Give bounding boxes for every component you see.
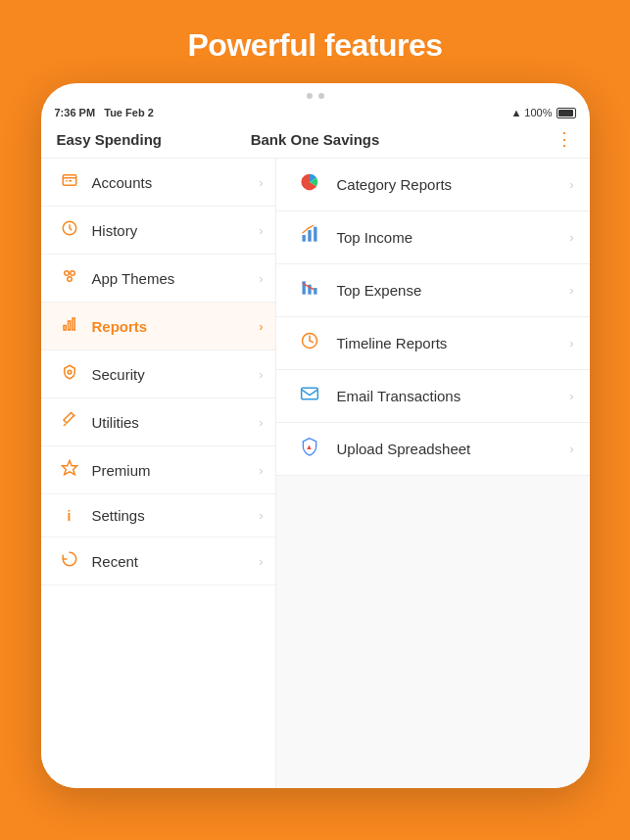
svg-text:▲: ▲ bbox=[305, 443, 312, 451]
top-income-icon bbox=[296, 225, 323, 250]
svg-rect-7 bbox=[73, 318, 74, 330]
sidebar-item-security-label: Security bbox=[92, 366, 260, 383]
detail-item-email-transactions[interactable]: Email Transactions › bbox=[276, 370, 590, 423]
svg-rect-6 bbox=[68, 321, 70, 330]
themes-chevron: › bbox=[259, 271, 263, 286]
upload-spreadsheet-chevron: › bbox=[569, 442, 573, 456]
top-expense-label: Top Expense bbox=[337, 282, 570, 299]
sidebar-item-settings[interactable]: i Settings › bbox=[41, 494, 275, 537]
detail-item-top-income[interactable]: Top Income › bbox=[276, 211, 590, 264]
detail-item-timeline-reports[interactable]: Timeline Reports › bbox=[276, 317, 590, 370]
history-icon bbox=[57, 219, 82, 241]
detail-item-upload-spreadsheet[interactable]: ▲ Upload Spreadsheet › bbox=[276, 423, 590, 476]
nav-right: ⋮ bbox=[403, 128, 573, 150]
history-chevron: › bbox=[259, 223, 263, 238]
premium-chevron: › bbox=[259, 463, 263, 478]
sidebar-item-history-label: History bbox=[92, 222, 260, 239]
status-time-date: 7:36 PM Tue Feb 2 bbox=[55, 107, 154, 118]
upload-spreadsheet-label: Upload Spreadsheet bbox=[337, 441, 570, 457]
detail-panel: Category Reports › Top Income › bbox=[276, 159, 590, 788]
more-menu-icon[interactable]: ⋮ bbox=[556, 128, 573, 150]
svg-point-3 bbox=[70, 271, 74, 276]
svg-point-2 bbox=[64, 271, 69, 276]
battery-icon bbox=[557, 108, 576, 118]
settings-chevron: › bbox=[259, 508, 263, 523]
sidebar-item-utilities-label: Utilities bbox=[92, 414, 260, 431]
email-transactions-chevron: › bbox=[569, 389, 573, 403]
category-reports-icon bbox=[296, 172, 323, 197]
sidebar: Accounts › History › bbox=[41, 159, 276, 788]
sidebar-item-reports[interactable]: Reports › bbox=[41, 303, 275, 350]
top-income-label: Top Income bbox=[337, 229, 570, 246]
premium-icon bbox=[57, 459, 82, 481]
detail-item-category-reports[interactable]: Category Reports › bbox=[276, 159, 590, 211]
status-time: 7:36 PM bbox=[55, 107, 96, 118]
email-transactions-label: Email Transactions bbox=[337, 388, 570, 404]
sidebar-item-reports-label: Reports bbox=[92, 318, 260, 335]
security-icon bbox=[57, 363, 82, 385]
wifi-icon: ▲ 100% bbox=[510, 107, 552, 118]
svg-rect-11 bbox=[308, 230, 311, 242]
page-title: Powerful features bbox=[0, 27, 630, 64]
utilities-chevron: › bbox=[259, 415, 263, 430]
sidebar-item-premium[interactable]: Premium › bbox=[41, 446, 275, 494]
sidebar-item-app-themes[interactable]: App Themes › bbox=[41, 255, 275, 303]
accounts-chevron: › bbox=[259, 175, 263, 190]
email-transactions-icon bbox=[296, 384, 323, 408]
svg-point-8 bbox=[68, 370, 72, 374]
sidebar-item-accounts-label: Accounts bbox=[92, 174, 260, 191]
device-frame: 7:36 PM Tue Feb 2 ▲ 100% Easy Spending B… bbox=[41, 83, 590, 788]
sidebar-item-recent[interactable]: Recent › bbox=[41, 537, 275, 585]
svg-rect-12 bbox=[314, 227, 316, 242]
category-reports-label: Category Reports bbox=[337, 176, 570, 193]
detail-item-top-expense[interactable]: Top Expense › bbox=[276, 264, 590, 317]
device-dot-2 bbox=[318, 93, 324, 99]
svg-rect-15 bbox=[314, 288, 316, 295]
nav-account-title: Bank One Savings bbox=[227, 131, 404, 148]
device-top-bar bbox=[41, 83, 590, 105]
svg-point-4 bbox=[67, 277, 72, 282]
timeline-reports-label: Timeline Reports bbox=[337, 335, 570, 351]
recent-chevron: › bbox=[259, 554, 263, 569]
status-bar: 7:36 PM Tue Feb 2 ▲ 100% bbox=[41, 105, 590, 122]
nav-bar: Easy Spending Bank One Savings ⋮ bbox=[41, 122, 590, 159]
sidebar-item-security[interactable]: Security › bbox=[41, 350, 275, 398]
top-income-chevron: › bbox=[569, 230, 573, 245]
svg-rect-17 bbox=[301, 388, 317, 399]
top-expense-chevron: › bbox=[569, 283, 573, 298]
top-expense-icon bbox=[296, 278, 323, 303]
nav-app-title: Easy Spending bbox=[57, 131, 227, 148]
device-dot-1 bbox=[307, 93, 313, 99]
sidebar-item-accounts[interactable]: Accounts › bbox=[41, 159, 275, 207]
sidebar-item-recent-label: Recent bbox=[92, 553, 260, 570]
svg-marker-9 bbox=[62, 461, 76, 475]
utilities-icon bbox=[57, 411, 82, 433]
upload-spreadsheet-icon: ▲ bbox=[296, 437, 323, 461]
status-right: ▲ 100% bbox=[510, 107, 575, 118]
sidebar-item-utilities[interactable]: Utilities › bbox=[41, 398, 275, 446]
sidebar-item-history[interactable]: History › bbox=[41, 207, 275, 255]
timeline-reports-chevron: › bbox=[569, 336, 573, 350]
sidebar-item-themes-label: App Themes bbox=[92, 270, 260, 287]
reports-chevron: › bbox=[259, 319, 263, 334]
sidebar-item-premium-label: Premium bbox=[92, 462, 260, 479]
svg-rect-10 bbox=[302, 235, 305, 242]
device-dots bbox=[307, 93, 324, 99]
settings-icon: i bbox=[57, 508, 82, 524]
timeline-reports-icon bbox=[296, 331, 323, 355]
themes-icon bbox=[57, 267, 82, 289]
svg-rect-5 bbox=[64, 326, 66, 331]
recent-icon bbox=[57, 550, 82, 572]
security-chevron: › bbox=[259, 367, 263, 382]
status-date: Tue Feb 2 bbox=[104, 107, 154, 118]
accounts-icon bbox=[57, 171, 82, 193]
page-header: Powerful features bbox=[0, 0, 630, 83]
sidebar-item-settings-label: Settings bbox=[92, 507, 260, 524]
main-content: Accounts › History › bbox=[41, 159, 590, 788]
reports-icon bbox=[57, 315, 82, 337]
category-reports-chevron: › bbox=[569, 177, 573, 192]
